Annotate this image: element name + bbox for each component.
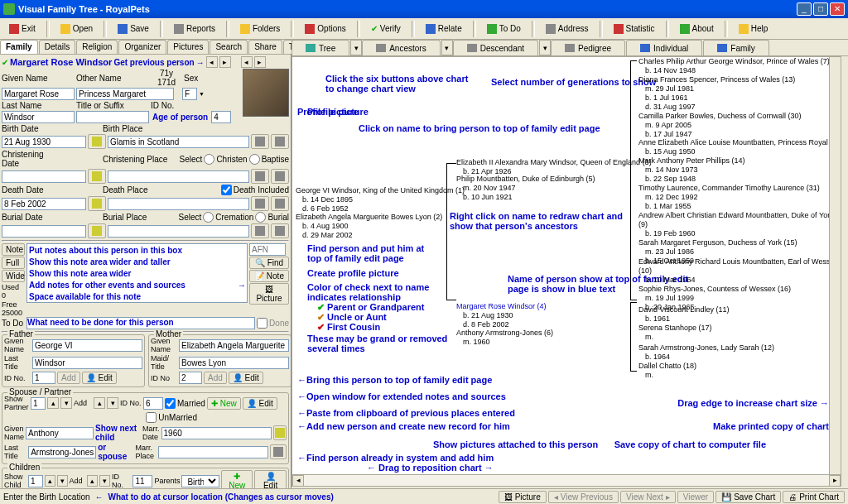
done-check[interactable]: [257, 318, 267, 329]
note-button[interactable]: 📝 Note: [249, 270, 289, 282]
tree-node-2[interactable]: Elizabeth Angela Marguerite Bowes Lyon (…: [296, 213, 442, 240]
deathdate-note-icon[interactable]: [88, 196, 106, 211]
chart-scroll-vertical[interactable]: [829, 57, 841, 474]
tab-pictures[interactable]: Pictures: [167, 40, 209, 54]
tab-organizer[interactable]: Organizer: [118, 40, 166, 54]
status-viewnext-btn[interactable]: View Next ▸: [620, 491, 676, 503]
burialdate-note-icon[interactable]: [88, 223, 106, 238]
spouse-dn[interactable]: ▾: [60, 397, 72, 409]
christplace-input[interactable]: [108, 170, 249, 183]
mother-add-btn[interactable]: Add: [204, 372, 227, 384]
minimize-button[interactable]: _: [797, 2, 812, 16]
marrplace-paste-icon[interactable]: [270, 444, 287, 459]
nav-next[interactable]: ▸: [219, 56, 231, 68]
tab-pedigree[interactable]: Pedigree: [551, 40, 625, 55]
child-id-input[interactable]: [132, 475, 152, 487]
spouse-up[interactable]: ▴: [47, 397, 59, 409]
burialdate-input[interactable]: [2, 225, 86, 238]
todo-button[interactable]: To Do: [481, 22, 527, 36]
folders-button[interactable]: Folders: [234, 22, 286, 36]
open-button[interactable]: Open: [55, 22, 99, 36]
nav-next2[interactable]: ▸: [254, 56, 266, 68]
mother-id-input[interactable]: [179, 372, 202, 384]
find-button[interactable]: 🔍 Find: [249, 257, 289, 269]
last-input[interactable]: [2, 111, 75, 123]
given-input[interactable]: [2, 88, 75, 100]
christdate-input[interactable]: [2, 170, 86, 183]
tree-node-12[interactable]: Sarah Armstrong-Jones, Lady Sarah (12)b.…: [638, 343, 774, 380]
christen-radio[interactable]: [204, 154, 214, 165]
descendant-dropdown[interactable]: ▾: [539, 40, 551, 55]
tab-tree[interactable]: Tree: [292, 40, 349, 55]
save-button[interactable]: Save: [112, 22, 155, 36]
tab-share[interactable]: Share: [248, 40, 282, 54]
chart-area[interactable]: Profile picture Profile picture Click th…: [292, 56, 841, 487]
maximize-button[interactable]: □: [813, 2, 828, 16]
child-show-input[interactable]: [28, 475, 43, 487]
nav-prev2[interactable]: ◂: [241, 56, 253, 68]
tab-religion[interactable]: Religion: [76, 40, 118, 54]
marrdate-note-icon[interactable]: [273, 425, 287, 440]
baptise-radio[interactable]: [249, 154, 260, 165]
mother-edit-btn[interactable]: 👤 Edit: [229, 372, 263, 384]
cremation-radio[interactable]: [203, 212, 214, 223]
child-edit-btn[interactable]: 👤 Edit: [254, 470, 287, 488]
child-addup[interactable]: ▴: [87, 475, 98, 487]
status-picture-btn[interactable]: 🖼 Picture: [499, 491, 547, 503]
profile-photo[interactable]: [243, 69, 289, 117]
tree-node-7[interactable]: Charles Philip Arthur George Windsor, Pr…: [638, 57, 830, 139]
close-button[interactable]: ✕: [830, 2, 845, 16]
tree-dropdown[interactable]: ▾: [350, 40, 362, 55]
tree-node-10[interactable]: Edward Anthony Richard Louis Mountbatten…: [638, 257, 841, 312]
birthplace-paste-icon[interactable]: [251, 134, 269, 149]
sex-input[interactable]: [182, 88, 197, 100]
picture-button[interactable]: 🖼 Picture: [249, 283, 289, 305]
deathdate-input[interactable]: [2, 198, 86, 210]
afn-input[interactable]: [249, 243, 286, 256]
child-dn[interactable]: ▾: [57, 475, 68, 487]
get-previous-link[interactable]: Get previous person: [113, 58, 194, 67]
spouse-last-input[interactable]: [28, 446, 96, 458]
scroll-left[interactable]: ◂: [292, 475, 304, 487]
marrdate-input[interactable]: [161, 427, 272, 439]
title-input[interactable]: [76, 111, 149, 123]
unmarried-check[interactable]: [146, 412, 157, 423]
burialplace-paste-icon[interactable]: [251, 223, 269, 238]
child-adddn[interactable]: ▾: [99, 475, 110, 487]
christplace-paste2-icon[interactable]: [271, 169, 289, 184]
spouse-id-input[interactable]: [143, 397, 163, 410]
child-new-btn[interactable]: ✚ New: [221, 470, 253, 488]
tab-descendant[interactable]: Descendant: [453, 40, 538, 55]
deathincl-check[interactable]: [221, 185, 232, 195]
ancestors-dropdown[interactable]: ▾: [441, 40, 453, 55]
tree-node-6[interactable]: Anthony Armstrong-Jones (6) m. 1960: [456, 329, 553, 347]
father-edit-btn[interactable]: 👤 Edit: [82, 372, 117, 384]
marrplace-input[interactable]: [158, 446, 268, 458]
person-name-link[interactable]: Margaret Rose Windsor: [10, 57, 112, 67]
note-wide-btn[interactable]: Wide: [2, 270, 25, 282]
reports-button[interactable]: Reports: [168, 22, 221, 36]
status-printchart-btn[interactable]: 🖨 Print Chart: [783, 491, 845, 503]
deathplace-paste-icon[interactable]: [251, 196, 269, 211]
tree-node-8[interactable]: Anne Elizabeth Alice Louise Mountbatten,…: [638, 138, 839, 211]
married-check[interactable]: [165, 398, 176, 409]
help-button[interactable]: Help: [733, 22, 774, 36]
note-full-btn[interactable]: Full: [2, 257, 25, 269]
father-given-input[interactable]: [32, 339, 142, 352]
tree-node-1[interactable]: George VI Windsor, King of the United Ki…: [296, 186, 465, 214]
tab-individual[interactable]: Individual: [626, 40, 702, 55]
burial-radio[interactable]: [255, 212, 266, 223]
relate-button[interactable]: Relate: [420, 22, 468, 36]
verify-button[interactable]: ✔Verify: [365, 22, 407, 36]
father-id-input[interactable]: [32, 372, 55, 384]
spouse-adddn[interactable]: ▾: [107, 397, 118, 409]
options-button[interactable]: Options: [299, 22, 351, 36]
tab-family[interactable]: Family: [0, 40, 38, 54]
about-button[interactable]: About: [674, 22, 720, 36]
christplace-paste-icon[interactable]: [251, 169, 269, 184]
spouse-show-input[interactable]: [31, 397, 46, 410]
tab-ancestors[interactable]: Ancestors: [362, 40, 440, 55]
father-last-input[interactable]: [32, 357, 142, 369]
child-up[interactable]: ▴: [45, 475, 55, 487]
exit-button[interactable]: Exit: [3, 22, 41, 36]
